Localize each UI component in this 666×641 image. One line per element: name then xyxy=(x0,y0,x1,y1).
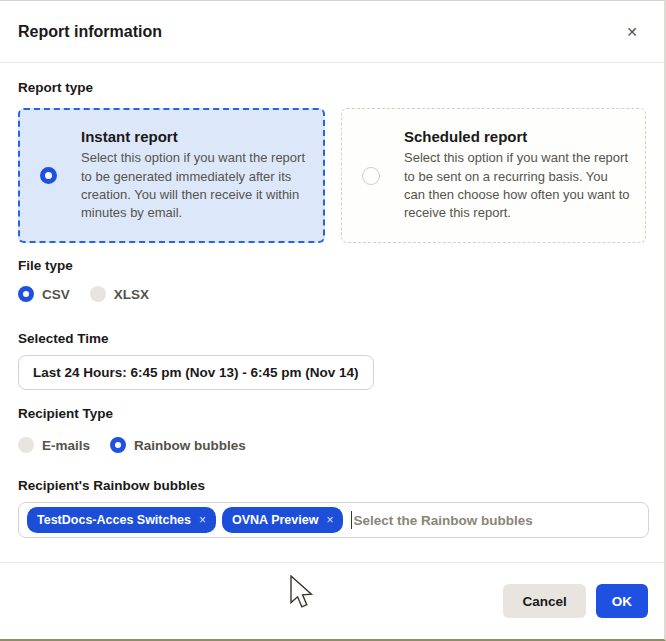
ok-button[interactable]: OK xyxy=(596,584,648,618)
tag-ovna-preview: OVNA Preview × xyxy=(222,507,343,533)
recipient-type-options: E-mails Rainbow bubbles xyxy=(18,437,646,453)
dialog-body: Report type Instant report Select this o… xyxy=(0,80,664,538)
scheduled-report-radio[interactable] xyxy=(362,167,380,185)
instant-report-description: Select this option if you want the repor… xyxy=(81,149,309,223)
xlsx-radio-label[interactable]: XLSX xyxy=(114,287,149,302)
recipient-type-label: Recipient Type xyxy=(18,406,646,421)
rainbow-bubbles-radio[interactable] xyxy=(110,437,126,453)
dialog-title: Report information xyxy=(18,23,162,41)
rainbow-bubbles-input[interactable] xyxy=(353,513,640,528)
scheduled-report-text: Scheduled report Select this option if y… xyxy=(404,128,631,223)
report-information-dialog: Report information ✕ Report type Instant… xyxy=(0,0,666,641)
scheduled-report-title: Scheduled report xyxy=(404,128,631,145)
instant-report-text: Instant report Select this option if you… xyxy=(81,128,309,223)
instant-report-card[interactable]: Instant report Select this option if you… xyxy=(18,108,325,243)
rainbow-bubbles-select[interactable]: TestDocs-Acces Switches × OVNA Preview × xyxy=(18,502,649,538)
cancel-button[interactable]: Cancel xyxy=(503,584,585,618)
tag-remove-icon[interactable]: × xyxy=(326,513,333,527)
file-type-options: CSV XLSX xyxy=(18,286,646,302)
selected-time-label: Selected Time xyxy=(18,331,646,346)
report-type-cards: Instant report Select this option if you… xyxy=(18,108,646,243)
recipients-label: Recipient's Rainbow bubbles xyxy=(18,478,646,493)
text-caret xyxy=(351,511,352,529)
dialog-footer: Cancel OK xyxy=(0,562,664,639)
scheduled-report-card[interactable]: Scheduled report Select this option if y… xyxy=(341,108,646,243)
instant-report-title: Instant report xyxy=(81,128,309,145)
close-icon[interactable]: ✕ xyxy=(626,25,638,39)
dialog-header: Report information ✕ xyxy=(0,1,664,63)
file-type-label: File type xyxy=(18,258,646,273)
xlsx-radio[interactable] xyxy=(90,286,106,302)
tag-label: TestDocs-Acces Switches xyxy=(37,513,191,527)
csv-radio[interactable] xyxy=(18,286,34,302)
scheduled-report-description: Select this option if you want the repor… xyxy=(404,149,631,223)
rainbow-bubbles-radio-label[interactable]: Rainbow bubbles xyxy=(134,438,246,453)
selected-time-value[interactable]: Last 24 Hours: 6:45 pm (Nov 13) - 6:45 p… xyxy=(18,355,374,390)
emails-radio-label[interactable]: E-mails xyxy=(42,438,90,453)
tag-remove-icon[interactable]: × xyxy=(199,513,206,527)
tag-label: OVNA Preview xyxy=(232,513,318,527)
report-type-label: Report type xyxy=(18,80,646,95)
instant-report-radio[interactable] xyxy=(40,167,57,184)
csv-radio-label[interactable]: CSV xyxy=(42,287,70,302)
emails-radio[interactable] xyxy=(18,437,34,453)
tag-testdocs-acces-switches: TestDocs-Acces Switches × xyxy=(27,507,216,533)
